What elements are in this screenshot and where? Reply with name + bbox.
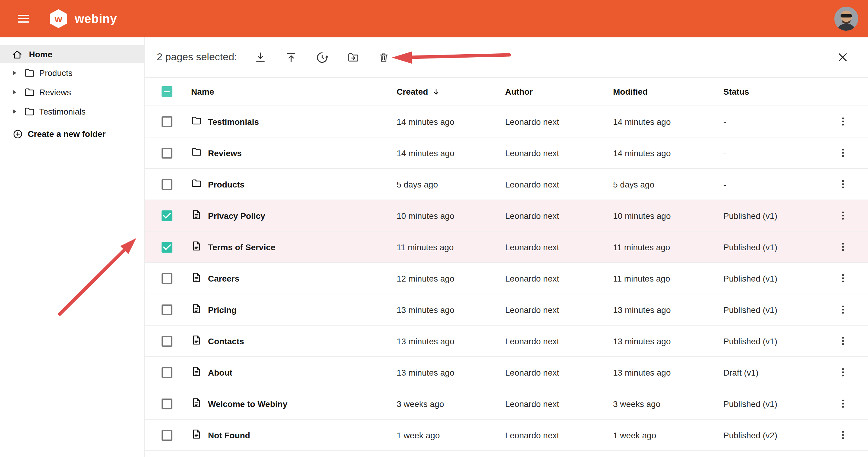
row-modified: 11 minutes ago xyxy=(613,242,723,252)
row-checkbox[interactable] xyxy=(161,179,173,190)
row-created: 11 minutes ago xyxy=(397,242,505,252)
column-label-status: Status xyxy=(723,87,749,96)
row-name: Testimonials xyxy=(208,117,397,126)
restore-button[interactable] xyxy=(315,50,330,65)
plus-circle-icon xyxy=(13,129,23,139)
avatar[interactable] xyxy=(834,7,858,31)
row-name: Not Found xyxy=(208,430,397,440)
menu-button[interactable] xyxy=(14,10,33,28)
delete-icon xyxy=(378,52,390,63)
column-header-modified[interactable]: Modified xyxy=(613,87,723,96)
kebab-icon xyxy=(837,429,849,441)
table-row[interactable]: Contacts 13 minutes ago Leonardo next 13… xyxy=(145,326,868,357)
create-folder-button[interactable]: Create a new folder xyxy=(0,125,144,143)
kebab-icon xyxy=(837,335,849,347)
row-name: Careers xyxy=(208,273,397,283)
table-row[interactable]: Not Found 1 week ago Leonardo next 1 wee… xyxy=(145,420,868,451)
table-row[interactable]: Terms of Service 11 minutes ago Leonardo… xyxy=(145,232,868,263)
row-checkbox[interactable] xyxy=(161,430,173,440)
sidebar-item-home[interactable]: Home xyxy=(0,45,144,63)
row-checkbox[interactable] xyxy=(161,336,173,346)
download-button[interactable] xyxy=(253,50,268,64)
row-actions-button[interactable] xyxy=(836,397,850,410)
sidebar-folder-label: Testimonials xyxy=(39,107,86,116)
table-row[interactable]: Testimonials 14 minutes ago Leonardo nex… xyxy=(145,106,868,138)
select-all-checkbox[interactable] xyxy=(161,86,173,97)
row-author: Leonardo next xyxy=(505,273,613,283)
table-row[interactable]: Products 5 days ago Leonardo next 5 days… xyxy=(145,169,868,200)
row-status: - xyxy=(723,117,820,126)
caret-right-icon[interactable] xyxy=(12,109,21,115)
column-label-name: Name xyxy=(191,87,214,96)
kebab-icon xyxy=(837,367,849,378)
sidebar-folder-item[interactable]: Testimonials xyxy=(0,102,144,121)
sidebar: Home Products Reviews Testimonials xyxy=(0,37,145,457)
kebab-icon xyxy=(837,398,849,409)
sidebar-folder-item[interactable]: Products xyxy=(0,63,144,83)
table-row[interactable]: Careers 12 minutes ago Leonardo next 11 … xyxy=(145,263,868,294)
column-header-status[interactable]: Status xyxy=(723,87,820,96)
row-author: Leonardo next xyxy=(505,367,613,377)
row-created: 13 minutes ago xyxy=(397,367,505,377)
table-row[interactable]: Reviews 14 minutes ago Leonardo next 14 … xyxy=(145,138,868,169)
row-actions-button[interactable] xyxy=(836,240,850,254)
app: w webiny Home xyxy=(0,0,868,457)
folder-icon xyxy=(191,146,202,159)
folder-icon xyxy=(191,115,202,128)
row-checkbox[interactable] xyxy=(161,273,173,284)
caret-right-icon[interactable] xyxy=(12,89,21,95)
delete-button[interactable] xyxy=(377,50,391,64)
row-checkbox[interactable] xyxy=(161,241,173,252)
row-actions-button[interactable] xyxy=(836,177,850,191)
row-created: 1 week ago xyxy=(397,430,505,440)
row-actions-button[interactable] xyxy=(836,365,850,379)
table-body: Testimonials 14 minutes ago Leonardo nex… xyxy=(145,106,868,451)
row-actions-button[interactable] xyxy=(836,334,850,348)
row-actions-button[interactable] xyxy=(836,271,850,285)
row-checkbox[interactable] xyxy=(161,116,173,127)
row-modified: 14 minutes ago xyxy=(613,148,723,158)
row-actions-button[interactable] xyxy=(836,428,850,442)
row-checkbox[interactable] xyxy=(161,367,173,378)
column-header-name[interactable]: Name xyxy=(191,87,397,96)
column-header-created[interactable]: Created xyxy=(397,87,505,96)
row-author: Leonardo next xyxy=(505,117,613,126)
row-modified: 11 minutes ago xyxy=(613,273,723,283)
row-checkbox[interactable] xyxy=(161,304,173,315)
row-author: Leonardo next xyxy=(505,179,613,189)
row-actions-button[interactable] xyxy=(836,209,850,222)
row-status: Published (v1) xyxy=(723,273,820,283)
table-row[interactable]: Pricing 13 minutes ago Leonardo next 13 … xyxy=(145,294,868,326)
table-row[interactable]: About 13 minutes ago Leonardo next 13 mi… xyxy=(145,357,868,388)
row-status: Published (v2) xyxy=(723,430,820,440)
close-selection-button[interactable] xyxy=(835,50,850,64)
row-checkbox[interactable] xyxy=(161,210,173,221)
page-icon xyxy=(191,272,202,285)
row-checkbox[interactable] xyxy=(161,398,173,409)
row-author: Leonardo next xyxy=(505,305,613,314)
row-checkbox[interactable] xyxy=(161,147,173,158)
move-to-folder-button[interactable] xyxy=(346,50,361,64)
page-icon xyxy=(191,303,202,316)
row-actions-button[interactable] xyxy=(836,146,850,160)
row-author: Leonardo next xyxy=(505,211,613,220)
folder-icon xyxy=(24,67,35,79)
table-row[interactable]: Privacy Policy 10 minutes ago Leonardo n… xyxy=(145,200,868,232)
row-name: Welcome to Webiny xyxy=(208,399,397,408)
row-actions-button[interactable] xyxy=(836,115,850,128)
row-actions-button[interactable] xyxy=(836,303,850,316)
sidebar-folder-item[interactable]: Reviews xyxy=(0,83,144,102)
folder-icon xyxy=(24,87,35,98)
row-author: Leonardo next xyxy=(505,148,613,158)
kebab-icon xyxy=(837,147,849,158)
table-row[interactable]: Welcome to Webiny 3 weeks ago Leonardo n… xyxy=(145,388,868,420)
row-modified: 13 minutes ago xyxy=(613,367,723,377)
column-label-author: Author xyxy=(505,87,533,96)
upload-button[interactable] xyxy=(284,50,299,64)
row-status: Published (v1) xyxy=(723,399,820,408)
folder-icon xyxy=(24,106,35,117)
column-header-author[interactable]: Author xyxy=(505,87,613,96)
restore-icon xyxy=(316,51,329,64)
upload-icon xyxy=(285,51,298,63)
caret-right-icon[interactable] xyxy=(12,70,21,76)
